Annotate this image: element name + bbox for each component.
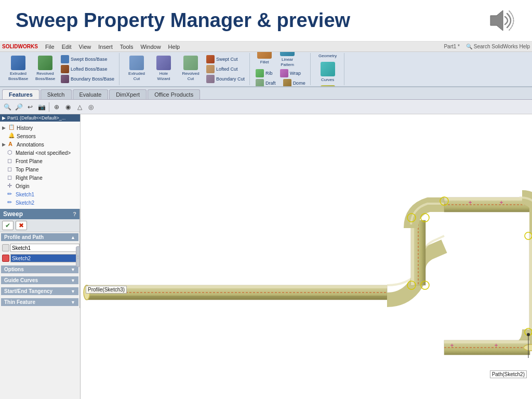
menu-view[interactable]: View — [76, 44, 95, 50]
rib-button[interactable]: Rib — [254, 69, 274, 78]
pm-start-end-header[interactable]: Start/End Tangency ▼ — [1, 287, 78, 295]
pm-profile-path-header[interactable]: Profile and Path ▲ — [1, 233, 78, 241]
revolved-cut-button[interactable]: RevolvedCut — [178, 55, 204, 82]
pm-options-section: Options ▼ — [0, 264, 79, 275]
toolbar-view4-icon[interactable]: ◎ — [86, 102, 96, 112]
toolbar-rotate-icon[interactable]: ↩ — [25, 102, 35, 112]
toolbar-zoom-icon[interactable]: 🔍 — [2, 102, 12, 112]
menu-bar: SOLIDWORKS File Edit View Insert Tools W… — [0, 42, 532, 52]
reference-geometry-button[interactable]: ReferenceGeometry — [315, 52, 341, 60]
tab-features[interactable]: Features — [2, 89, 39, 99]
lofted-boss-base-button[interactable]: Lofted Boss/Base — [59, 64, 116, 74]
pm-cancel-button[interactable]: ✖ — [16, 221, 27, 230]
toolbar-camera-icon[interactable]: 📷 — [36, 102, 47, 112]
speaker-icon — [485, 6, 516, 35]
tree-label-sketch1: Sketch1 — [16, 192, 34, 197]
tree-item-sketch1[interactable]: ✏ Sketch1 — [1, 190, 79, 198]
tree-label-top-plane: Top Plane — [16, 167, 38, 172]
pm-sketch2-input[interactable] — [10, 254, 79, 262]
tab-evaluate[interactable]: Evaluate — [73, 89, 109, 99]
menu-edit[interactable]: Edit — [59, 44, 75, 50]
svg-rect-7 — [411, 220, 414, 285]
tab-dimxpert[interactable]: DimXpert — [109, 89, 147, 99]
tree-item-top-plane[interactable]: ◻ Top Plane — [1, 165, 79, 174]
linear-pattern-button[interactable]: LinearPattern — [277, 52, 298, 68]
svg-rect-2 — [86, 285, 387, 288]
feature-tree: ▶ 📋 History 🔔 Sensors ▶ A Annotations ⬡ … — [0, 122, 81, 209]
tree-item-sensors[interactable]: 🔔 Sensors — [1, 132, 79, 140]
tree-item-origin[interactable]: ✛ Origin — [1, 182, 79, 190]
revolved-boss-base-button[interactable]: RevolvedBoss/Base — [32, 55, 58, 82]
property-manager-panel: Sweep ? ✔ ✖ Profile and Path ▲ — [0, 209, 80, 308]
search-box[interactable]: 🔍 Search SolidWorks Help — [466, 44, 530, 49]
swept-boss-base-button[interactable]: Swept Boss/Base — [59, 55, 116, 64]
draft-button[interactable]: Draft — [254, 78, 277, 87]
svg-rect-10 — [444, 197, 532, 201]
tree-label-sensors: Sensors — [17, 134, 36, 139]
wrap-button[interactable]: Wrap — [278, 69, 302, 78]
pm-profile-path-section: Profile and Path ▲ — [0, 232, 79, 264]
panel-resize-handle[interactable]: ⋮ — [76, 246, 80, 267]
tree-item-sketch2[interactable]: ✏ Sketch2 — [1, 198, 79, 207]
tree-item-history[interactable]: ▶ 📋 History — [1, 124, 79, 132]
hole-wizard-button[interactable]: HoleWizard — [151, 55, 177, 82]
path-sketch2-label: Path(Sketch2) — [490, 370, 527, 378]
lofted-cut-button[interactable]: Lofted Cut — [205, 64, 246, 74]
swept-cut-button[interactable]: Swept Cut — [205, 55, 246, 64]
menu-help[interactable]: Help — [165, 44, 183, 50]
pm-sketch2-row — [1, 253, 78, 263]
svg-rect-13 — [529, 233, 532, 337]
tree-item-right-plane[interactable]: ◻ Right Plane — [1, 174, 79, 182]
pm-thin-feature-arrow: ▼ — [71, 300, 75, 305]
toolbar-view3-icon[interactable]: △ — [74, 102, 85, 112]
fillet-button[interactable]: Fillet — [254, 52, 275, 65]
pm-guide-curves-section: Guide Curves ▼ — [0, 275, 79, 286]
svg-text:+: + — [494, 342, 498, 349]
dome-button[interactable]: Dome — [282, 78, 307, 87]
svg-point-18 — [524, 344, 532, 351]
svg-rect-16 — [444, 340, 530, 343]
extruded-boss-base-button[interactable]: ExtrudedBoss/Base — [5, 55, 31, 82]
page-title: Sweep Property Manager & preview — [16, 9, 350, 32]
menu-window[interactable]: Window — [137, 44, 164, 50]
svg-text:+: + — [468, 199, 472, 206]
pm-thin-feature-header[interactable]: Thin Feature ▼ — [1, 298, 78, 306]
menu-tools[interactable]: Tools — [117, 44, 137, 50]
tab-sketch[interactable]: Sketch — [41, 89, 72, 99]
tree-label-right-plane: Right Plane — [16, 175, 43, 181]
boundary-boss-base-button[interactable]: Boundary Boss/Base — [59, 74, 116, 84]
pm-title: Sweep — [3, 210, 23, 218]
menu-file[interactable]: File — [42, 44, 58, 50]
pm-profile-path-label: Profile and Path — [4, 234, 44, 240]
pm-header: Sweep ? — [0, 209, 79, 219]
pm-help-button[interactable]: ? — [73, 211, 76, 217]
toolbar-view2-icon[interactable]: ◉ — [63, 102, 73, 112]
pm-options-header[interactable]: Options ▼ — [1, 265, 78, 273]
toolbar-row: 🔍 🔎 ↩ 📷 ⊕ ◉ △ ◎ — [0, 100, 532, 114]
tree-item-front-plane[interactable]: ◻ Front Plane — [1, 157, 79, 165]
viewport[interactable]: + + + + + Profile(Sketch3) Path(Sketch2) — [81, 114, 532, 399]
tree-item-material[interactable]: ⬡ Material <not specified> — [1, 149, 79, 157]
boundary-cut-button[interactable]: Boundary Cut — [205, 74, 246, 84]
svg-rect-3 — [86, 296, 387, 300]
toolbar-view1-icon[interactable]: ⊕ — [51, 102, 62, 112]
pm-guide-curves-header[interactable]: Guide Curves ▼ — [1, 276, 78, 284]
pm-sketch1-color — [2, 244, 9, 251]
part-title-label: Part1 (Default<<Default>_... — [7, 115, 65, 121]
tree-item-annotations[interactable]: ▶ A Annotations — [1, 140, 79, 149]
tab-office[interactable]: Office Products — [148, 89, 200, 99]
pm-sketch1-input[interactable] — [10, 244, 79, 252]
curves-button[interactable]: Curves — [315, 61, 341, 83]
svg-marker-0 — [490, 10, 503, 31]
menu-insert[interactable]: Insert — [95, 44, 116, 50]
pm-guide-curves-arrow: ▼ — [71, 278, 75, 283]
pm-profile-path-arrow: ▲ — [71, 235, 75, 240]
pm-sketch2-color — [2, 255, 9, 262]
tree-label-history: History — [17, 125, 33, 131]
pm-ok-button[interactable]: ✔ — [2, 221, 14, 230]
pm-guide-curves-label: Guide Curves — [4, 277, 38, 283]
svg-text:+: + — [450, 342, 454, 349]
toolbar-fit-icon[interactable]: 🔎 — [14, 102, 24, 112]
extruded-cut-button[interactable]: ExtrudedCut — [124, 55, 150, 82]
tree-label-origin: Origin — [16, 183, 30, 189]
